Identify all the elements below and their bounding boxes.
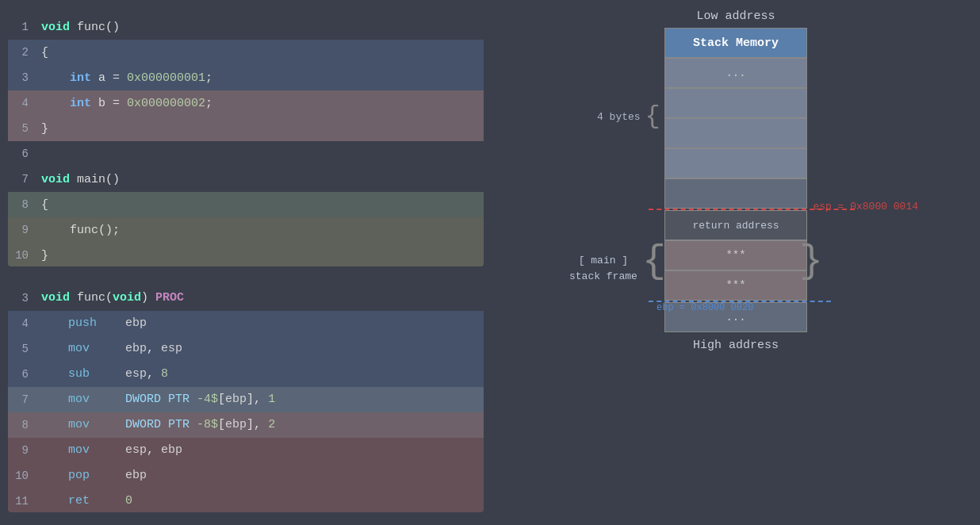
asm-num-7: 7 (8, 393, 36, 406)
stars-1: *** (725, 249, 745, 262)
ellipsis-cell-top: ... (664, 58, 807, 88)
asm-num-8: 8 (8, 419, 36, 431)
code-content-3: int a = 0x000000001; (36, 71, 212, 85)
asm-line-7: 7 mov DWORD PTR -4$[ebp], 1 (8, 387, 484, 412)
code-line-7: 7 void main() (8, 167, 484, 192)
code-content-7: void main() (36, 173, 120, 186)
asm-content-3: void func(void) PROC (36, 291, 184, 305)
low-address-label: Low address (696, 10, 775, 23)
asm-num-6: 6 (8, 368, 36, 381)
asm-line-9: 9 mov esp, ebp (8, 438, 484, 463)
code-content-4: int b = 0x000000002; (36, 97, 212, 110)
return-address-label: return address (692, 220, 779, 232)
return-address-cell: return address (664, 210, 807, 240)
asm-num-4: 4 (8, 317, 36, 330)
asm-num-3: 3 (8, 292, 36, 305)
code-line-4: 4 int b = 0x000000002; (8, 90, 484, 116)
memory-diagram: Stack Memory ... 4 bytes { esp = 0x8000 … (649, 28, 823, 332)
line-num-4: 4 (8, 97, 36, 109)
right-panel: Low address Stack Memory ... 4 bytes { e… (492, 0, 980, 525)
asm-line-10: 10 pop ebp (8, 463, 484, 489)
asm-num-10: 10 (8, 469, 36, 482)
line-num-7: 7 (8, 173, 36, 186)
code-content-5: } (36, 122, 48, 136)
code-content-1: void func() (36, 21, 120, 34)
asm-code-block: 3 void func(void) PROC 4 push ebp 5 mov … (8, 285, 484, 512)
mem-cell-stars-2: *** (664, 270, 807, 301)
code-content-9: func(); (36, 224, 120, 237)
asm-content-8: mov DWORD PTR -8$[ebp], 2 (36, 418, 275, 431)
stack-memory-cell: Stack Memory (664, 28, 807, 58)
code-content-2: { (36, 46, 48, 59)
code-line-5: 5 } (8, 116, 484, 141)
line-num-1: 1 (8, 21, 36, 33)
high-address-label: High address (693, 339, 779, 352)
asm-content-5: mov ebp, esp (36, 342, 182, 355)
line-num-5: 5 (8, 122, 36, 135)
mem-cell-sep (664, 178, 807, 209)
mem-cell-b (664, 118, 807, 148)
line-num-9: 9 (8, 224, 36, 236)
asm-line-5: 5 mov ebp, esp (8, 336, 484, 362)
stack-frame-label: stack frame (569, 269, 637, 285)
code-line-2: 2 { (8, 40, 484, 65)
line-num-8: 8 (8, 198, 36, 211)
code-line-3: 3 int a = 0x000000001; (8, 65, 484, 90)
mem-cell-c (664, 148, 807, 178)
section-divider (0, 271, 492, 285)
code-line-6: 6 (8, 141, 484, 167)
line-num-10: 10 (8, 249, 36, 262)
asm-content-4: push ebp (36, 316, 147, 330)
line-num-3: 3 (8, 71, 36, 84)
asm-content-10: pop ebp (36, 469, 147, 482)
main-frame-label: [ main ] (569, 253, 637, 269)
asm-line-11: 11 ret 0 (8, 489, 484, 512)
code-content-8: { (36, 198, 48, 212)
ebp-label: ebp = 0x8000 0020 (657, 302, 753, 313)
asm-content-6: sub esp, 8 (36, 367, 168, 381)
top-code-block: 1 void func() 2 { 3 int a = 0x000000001;… (8, 14, 484, 266)
line-num-6: 6 (8, 148, 36, 160)
code-line-1: 1 void func() (8, 14, 484, 40)
code-line-9: 9 func(); (8, 217, 484, 243)
code-content-10: } (36, 249, 48, 262)
asm-line-6: 6 sub esp, 8 (8, 362, 484, 387)
asm-content-9: mov esp, ebp (36, 443, 182, 457)
asm-content-7: mov DWORD PTR -4$[ebp], 1 (36, 393, 275, 406)
mem-cell-a (664, 88, 807, 118)
esp-label: esp = 0x8000 0014 (813, 201, 918, 213)
asm-line-3: 3 void func(void) PROC (8, 285, 484, 311)
four-bytes-label: 4 bytes (597, 111, 641, 123)
code-content-6 (36, 148, 48, 161)
left-panel: 1 void func() 2 { 3 int a = 0x000000001;… (0, 0, 492, 525)
stars-2: *** (725, 279, 745, 292)
asm-num-11: 11 (8, 495, 36, 508)
code-line-10: 10 } (8, 243, 484, 266)
brace-icon: { (645, 104, 660, 129)
asm-line-4: 4 push ebp (8, 311, 484, 336)
code-line-8: 8 { (8, 192, 484, 217)
asm-num-9: 9 (8, 444, 36, 457)
asm-num-5: 5 (8, 343, 36, 355)
asm-content-11: ret 0 (36, 494, 132, 508)
mem-cell-stars-1: *** (664, 240, 807, 270)
line-num-2: 2 (8, 46, 36, 59)
asm-line-8: 8 mov DWORD PTR -8$[ebp], 2 (8, 412, 484, 438)
